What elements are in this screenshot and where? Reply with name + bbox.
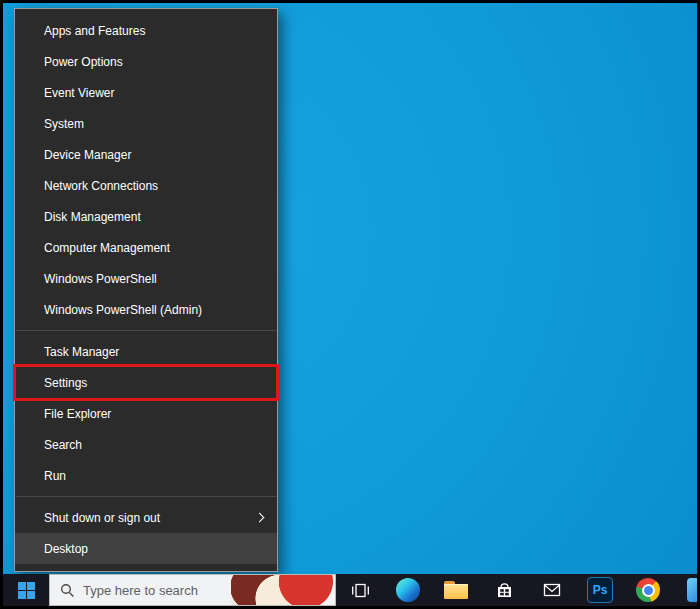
chrome-taskbar-button[interactable] <box>624 574 672 606</box>
menu-item-label: Task Manager <box>44 345 119 359</box>
partial-app-icon <box>687 578 697 602</box>
mail-taskbar-button[interactable] <box>528 574 576 606</box>
menu-separator <box>16 496 276 497</box>
menu-item-system[interactable]: System <box>15 108 277 139</box>
microsoft-store-taskbar-button[interactable] <box>480 574 528 606</box>
menu-item-label: Windows PowerShell (Admin) <box>44 303 202 317</box>
menu-item-label: Computer Management <box>44 241 170 255</box>
menu-item-label: Desktop <box>44 542 88 556</box>
menu-item-label: Device Manager <box>44 148 131 162</box>
menu-item-settings[interactable]: Settings <box>15 367 277 398</box>
menu-item-label: Network Connections <box>44 179 158 193</box>
photoshop-taskbar-button[interactable]: Ps <box>576 574 624 606</box>
chrome-icon <box>636 578 660 602</box>
menu-item-desktop[interactable]: Desktop <box>15 533 277 564</box>
menu-item-label: Disk Management <box>44 210 141 224</box>
partial-app-taskbar-button[interactable] <box>672 574 697 606</box>
photoshop-icon: Ps <box>587 577 613 603</box>
windows-logo-icon <box>18 582 35 599</box>
menu-item-file-explorer[interactable]: File Explorer <box>15 398 277 429</box>
menu-item-label: Windows PowerShell <box>44 272 157 286</box>
menu-separator <box>16 330 276 331</box>
start-button[interactable] <box>3 574 49 606</box>
menu-item-shutdown[interactable]: Shut down or sign out <box>15 502 277 533</box>
menu-item-label: Settings <box>44 376 87 390</box>
mail-icon <box>541 579 563 601</box>
file-explorer-icon <box>444 581 468 599</box>
edge-taskbar-button[interactable] <box>384 574 432 606</box>
menu-item-apps-and-features[interactable]: Apps and Features <box>15 15 277 46</box>
menu-item-power-options[interactable]: Power Options <box>15 46 277 77</box>
menu-item-label: Shut down or sign out <box>44 511 160 525</box>
menu-item-network-connections[interactable]: Network Connections <box>15 170 277 201</box>
search-icon <box>60 583 75 598</box>
menu-item-windows-powershell[interactable]: Windows PowerShell <box>15 263 277 294</box>
menu-item-device-manager[interactable]: Device Manager <box>15 139 277 170</box>
edge-icon <box>396 578 420 602</box>
menu-item-event-viewer[interactable]: Event Viewer <box>15 77 277 108</box>
taskbar-search[interactable] <box>49 574 336 606</box>
chevron-right-icon <box>255 513 265 523</box>
menu-item-computer-management[interactable]: Computer Management <box>15 232 277 263</box>
menu-item-label: Power Options <box>44 55 123 69</box>
winx-menu: Apps and Features Power Options Event Vi… <box>14 8 278 572</box>
menu-item-task-manager[interactable]: Task Manager <box>15 336 277 367</box>
menu-item-label: System <box>44 117 84 131</box>
search-highlight-image[interactable] <box>231 575 335 605</box>
taskbar: Ps <box>3 574 697 606</box>
menu-item-label: Search <box>44 438 82 452</box>
file-explorer-taskbar-button[interactable] <box>432 574 480 606</box>
menu-item-label: File Explorer <box>44 407 111 421</box>
menu-item-label: Run <box>44 469 66 483</box>
microsoft-store-icon <box>494 580 515 601</box>
menu-item-label: Event Viewer <box>44 86 114 100</box>
task-view-icon <box>350 580 371 601</box>
menu-item-search[interactable]: Search <box>15 429 277 460</box>
menu-item-windows-powershell-admin[interactable]: Windows PowerShell (Admin) <box>15 294 277 325</box>
menu-item-disk-management[interactable]: Disk Management <box>15 201 277 232</box>
task-view-button[interactable] <box>336 574 384 606</box>
menu-item-label: Apps and Features <box>44 24 145 38</box>
menu-item-run[interactable]: Run <box>15 460 277 491</box>
screenshot-frame: Apps and Features Power Options Event Vi… <box>0 0 700 609</box>
search-input[interactable] <box>83 583 218 598</box>
